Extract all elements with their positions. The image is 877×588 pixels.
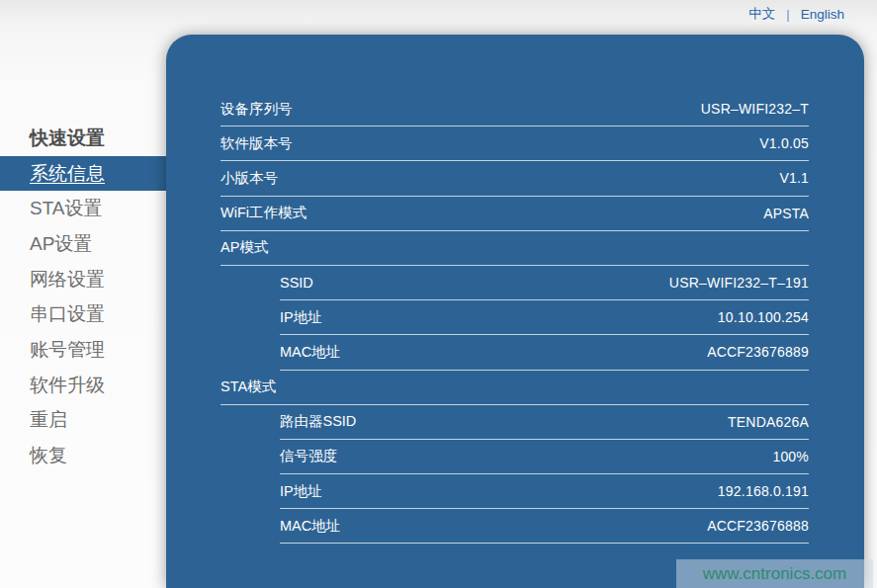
sidebar-item-label: 恢复 (30, 443, 67, 468)
sidebar-item-label: 重启 (30, 407, 67, 433)
info-row-value: V1.0.05 (759, 135, 809, 151)
watermark-text: www.cntronics.com (703, 564, 846, 584)
sidebar-item[interactable]: AP设置 (0, 226, 166, 262)
sidebar-item[interactable]: 网络设置 (0, 262, 166, 297)
lang-chinese-link[interactable]: 中文 (748, 5, 775, 23)
language-separator: | (786, 7, 789, 22)
info-row-label: IP地址 (280, 482, 322, 501)
info-row-value: APSTA (763, 206, 809, 221)
sidebar-item[interactable]: 软件升级 (0, 368, 166, 403)
sidebar-item[interactable]: 系统信息 (0, 156, 166, 192)
info-row-value: V1.1 (779, 170, 809, 186)
lang-english-link[interactable]: English (801, 7, 844, 22)
language-switcher: 中文 | English (748, 0, 844, 28)
info-row: WiFi工作模式 APSTA (220, 197, 809, 231)
sidebar-item-label: 网络设置 (30, 267, 105, 293)
info-row-value: USR–WIFI232–T–191 (669, 275, 809, 291)
info-row-label: 设备序列号 (220, 100, 293, 119)
info-row-label: WiFi工作模式 (220, 204, 307, 222)
info-row-label: 小版本号 (220, 169, 278, 188)
sidebar-item[interactable]: 账号管理 (0, 332, 166, 368)
sidebar-menu: 快速设置 系统信息 STA设置 AP设置 网络设置 串口设置 账号管理 软件升级… (0, 121, 166, 473)
info-row: IP地址 192.168.0.191 (280, 474, 809, 509)
system-info-table: 设备序列号 USR–WIFI232–T 软件版本号 V1.0.05 小版本号 V… (220, 92, 809, 544)
sidebar-item-label: STA设置 (30, 196, 103, 221)
info-row-label: 路由器SSID (280, 412, 356, 431)
info-row-value: USR–WIFI232–T (701, 101, 809, 117)
info-row: 小版本号 V1.1 (220, 161, 809, 196)
sidebar-item[interactable]: 快速设置 (0, 121, 166, 156)
info-row-label: SSID (280, 275, 313, 291)
info-row-value: TENDA626A (728, 414, 809, 430)
info-row: SSID USR–WIFI232–T–191 (280, 266, 809, 300)
sidebar-item[interactable]: 恢复 (0, 438, 166, 473)
sidebar-item[interactable]: 串口设置 (0, 296, 166, 332)
info-row-value: 100% (772, 449, 809, 464)
sidebar-item[interactable]: 重启 (0, 403, 166, 439)
info-row: 信号强度 100% (280, 440, 809, 474)
info-row-label: AP模式 (220, 238, 268, 257)
info-row-label: MAC地址 (280, 343, 340, 362)
info-row-label: 信号强度 (280, 447, 337, 465)
info-row: 软件版本号 V1.0.05 (220, 126, 809, 161)
sidebar-item-label: 账号管理 (30, 337, 105, 363)
info-row-value: 192.168.0.191 (718, 483, 809, 499)
info-row: MAC地址 ACCF23676889 (280, 335, 809, 370)
system-info-panel: 设备序列号 USR–WIFI232–T 软件版本号 V1.0.05 小版本号 V… (166, 35, 864, 588)
info-row-value: ACCF23676889 (707, 344, 809, 360)
sidebar-item-label: AP设置 (30, 231, 92, 257)
info-row-value: 10.10.100.254 (718, 309, 809, 325)
sidebar-item-label: 快速设置 (30, 126, 105, 151)
info-row: AP模式 (220, 231, 809, 266)
sidebar-item-label: 软件升级 (30, 373, 105, 398)
info-row: 路由器SSID TENDA626A (280, 405, 809, 440)
sidebar-item-label: 系统信息 (30, 161, 105, 187)
info-row-label: 软件版本号 (220, 134, 293, 153)
info-row-label: STA模式 (220, 378, 276, 396)
watermark: www.cntronics.com (676, 559, 873, 588)
sidebar-item-label: 串口设置 (30, 301, 105, 327)
info-row: MAC地址 ACCF23676888 (280, 509, 809, 544)
info-row: 设备序列号 USR–WIFI232–T (220, 92, 809, 126)
sidebar-item[interactable]: STA设置 (0, 191, 166, 226)
info-row: IP地址 10.10.100.254 (280, 300, 809, 335)
info-row-value: ACCF23676888 (707, 518, 809, 534)
info-row: STA模式 (220, 371, 809, 405)
info-row-label: MAC地址 (280, 517, 340, 536)
info-row-label: IP地址 (280, 308, 322, 327)
